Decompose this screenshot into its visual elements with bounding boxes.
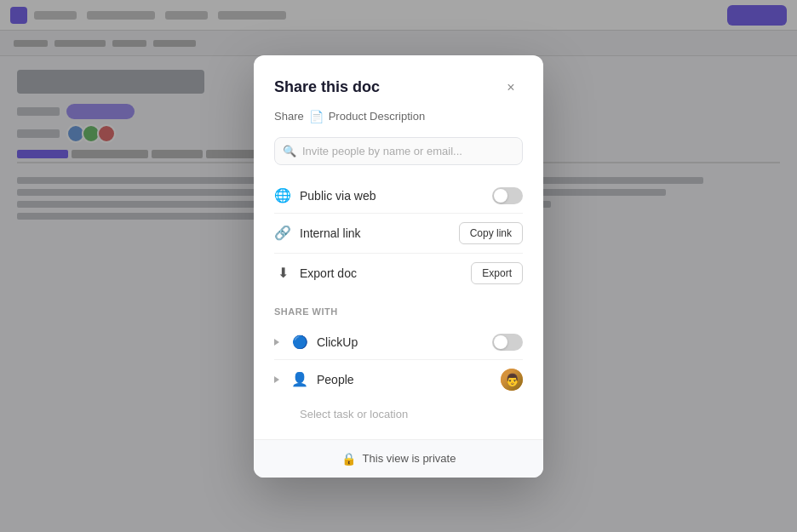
people-label: People bbox=[317, 373, 492, 386]
people-avatar: 👨 bbox=[501, 369, 523, 391]
clickup-expand-icon[interactable] bbox=[274, 337, 279, 347]
clickup-label: ClickUp bbox=[317, 335, 484, 349]
subtitle-prefix: Share bbox=[274, 110, 304, 123]
export-icon: ⬇ bbox=[274, 265, 291, 282]
modal-subtitle: Share 📄 Product Description bbox=[274, 110, 523, 123]
clickup-logo-icon: 🔵 bbox=[291, 334, 308, 351]
footer-private-text: This view is private bbox=[363, 452, 456, 465]
modal-title: Share this doc bbox=[274, 78, 380, 96]
public-web-toggle-wrap bbox=[492, 187, 523, 204]
search-input[interactable] bbox=[274, 137, 523, 165]
people-avatar-wrap: 👨 bbox=[501, 369, 523, 391]
subtitle-doc: Product Description bbox=[329, 110, 425, 123]
public-web-row: 🌐 Public via web bbox=[274, 179, 523, 214]
share-with-label: SHARE WITH bbox=[274, 306, 338, 317]
lock-icon: 🔒 bbox=[341, 452, 356, 466]
export-doc-label: Export doc bbox=[300, 266, 462, 280]
link-icon: 🔗 bbox=[274, 225, 291, 242]
copy-link-button[interactable]: Copy link bbox=[459, 222, 523, 244]
modal-footer: 🔒 This view is private bbox=[254, 439, 543, 478]
internal-link-label: Internal link bbox=[300, 226, 450, 240]
people-expand-icon[interactable] bbox=[274, 375, 279, 385]
close-button[interactable]: × bbox=[499, 76, 523, 100]
select-location-label: Select task or location bbox=[300, 408, 408, 420]
public-web-toggle[interactable] bbox=[492, 187, 523, 204]
internal-link-row: 🔗 Internal link Copy link bbox=[274, 214, 523, 254]
select-location[interactable]: Select task or location bbox=[274, 399, 523, 429]
search-icon: 🔍 bbox=[283, 145, 296, 157]
share-modal: Share this doc × Share 📄 Product Descrip… bbox=[254, 55, 543, 478]
chevron-right-icon bbox=[274, 339, 279, 346]
modal-header: Share this doc × bbox=[274, 76, 523, 100]
copy-link-wrap: Copy link bbox=[459, 222, 523, 244]
people-row: 👤 People 👨 bbox=[274, 360, 523, 399]
chevron-right-people-icon bbox=[274, 376, 279, 383]
globe-icon: 🌐 bbox=[274, 187, 291, 204]
export-button[interactable]: Export bbox=[471, 262, 523, 284]
options-list: 🌐 Public via web 🔗 Internal link Copy li… bbox=[274, 179, 523, 293]
share-with-list: 🔵 ClickUp 👤 People 👨 bbox=[274, 325, 523, 399]
export-doc-row: ⬇ Export doc Export bbox=[274, 254, 523, 293]
clickup-row: 🔵 ClickUp bbox=[274, 325, 523, 360]
modal-body: Share this doc × Share 📄 Product Descrip… bbox=[254, 55, 543, 429]
clickup-toggle-wrap bbox=[492, 334, 523, 351]
clickup-toggle[interactable] bbox=[492, 334, 523, 351]
share-with-divider: SHARE WITH bbox=[274, 300, 523, 322]
export-btn-wrap: Export bbox=[471, 262, 523, 284]
doc-icon: 📄 bbox=[309, 110, 324, 123]
person-icon: 👤 bbox=[291, 371, 308, 388]
search-row: 🔍 bbox=[274, 137, 523, 165]
avatar-face: 👨 bbox=[501, 369, 523, 391]
public-web-label: Public via web bbox=[300, 189, 484, 203]
